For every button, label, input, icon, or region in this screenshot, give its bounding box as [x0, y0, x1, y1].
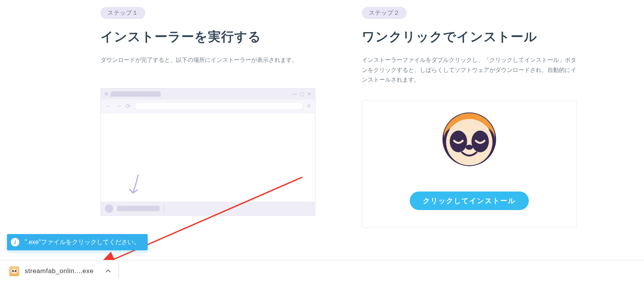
step2-description: インストーラーファイルをダブルクリックし、「クリックしてインストール」ボタンをク…	[362, 55, 577, 85]
browser-mockup: — ▢ ✕ ← → ⟳ ≡	[101, 88, 315, 216]
chevron-up-icon[interactable]	[103, 266, 114, 277]
step2-badge: ステップ２	[362, 7, 407, 19]
svg-point-10	[14, 272, 15, 272]
download-filename-placeholder	[117, 206, 160, 211]
reload-icon: ⟳	[126, 103, 131, 110]
svg-point-5	[466, 145, 473, 150]
sloth-logo-icon	[440, 110, 498, 168]
back-icon: ←	[106, 103, 112, 109]
info-tooltip: i ".exe"ファイルをクリックしてください。	[7, 234, 148, 250]
download-file-icon	[105, 204, 113, 213]
install-button[interactable]: クリックしてインストール	[410, 191, 529, 210]
info-icon: i	[11, 238, 19, 246]
svg-point-4	[472, 130, 489, 152]
browser-body	[101, 113, 315, 202]
step1-heading: インストーラーを実行する	[101, 28, 315, 46]
step1-column: ステップ１ インストーラーを実行する ダウンロードが完了すると、以下の場所にイン…	[101, 7, 315, 228]
menu-icon: ≡	[307, 103, 310, 109]
svg-point-3	[450, 130, 467, 152]
svg-point-8	[12, 270, 14, 272]
window-max-icon: ▢	[300, 91, 304, 97]
browser-download-strip	[101, 202, 315, 215]
step2-heading: ワンクリックでインストール	[362, 28, 577, 46]
window-dot-icon	[105, 92, 108, 96]
installer-card: クリックしてインストール	[362, 100, 577, 228]
exe-file-icon	[9, 266, 19, 276]
browser-toolbar: ← → ⟳ ≡	[101, 99, 315, 113]
purple-arrow-icon	[127, 174, 143, 197]
download-divider	[164, 204, 164, 213]
url-bar-placeholder	[135, 102, 303, 110]
window-min-icon: —	[292, 91, 297, 97]
step2-column: ステップ２ ワンクリックでインストール インストーラーファイルをダブルクリックし…	[362, 7, 577, 228]
tooltip-text: ".exe"ファイルをクリックしてください。	[25, 238, 140, 246]
window-close-icon: ✕	[307, 91, 311, 97]
browser-tab-placeholder	[111, 91, 161, 97]
step1-badge: ステップ１	[101, 7, 145, 19]
browser-titlebar: — ▢ ✕	[101, 89, 315, 99]
download-item[interactable]: streamfab_onlin....exe	[8, 263, 119, 279]
step1-description: ダウンロードが完了すると、以下の場所にインストーラーが表示されます。	[101, 55, 315, 65]
download-filename: streamfab_onlin....exe	[25, 267, 94, 275]
download-bar: streamfab_onlin....exe	[0, 260, 644, 282]
forward-icon: →	[116, 103, 122, 109]
svg-point-9	[15, 270, 17, 272]
